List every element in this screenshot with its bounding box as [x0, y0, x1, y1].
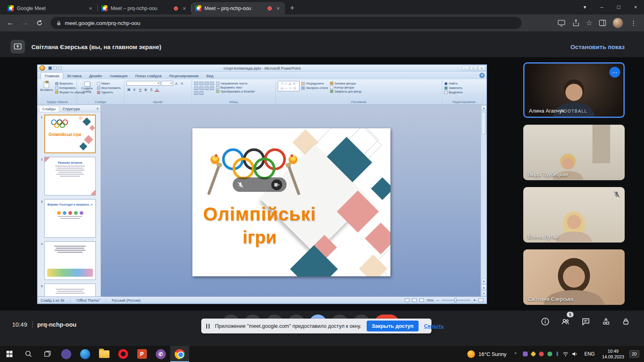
weather-widget[interactable]: 16°C Sunny — [462, 346, 512, 362]
browser-tab-google-meet[interactable]: Google Meet × — [4, 2, 97, 14]
window-maximize-button[interactable]: □ — [610, 0, 627, 14]
justify-icon[interactable] — [210, 86, 214, 90]
scroll-down-icon[interactable]: ▼ — [481, 279, 487, 284]
participant-tile[interactable]: FOOTBALL ⋯ Алина Агапчук — [523, 62, 625, 118]
viber-button[interactable]: ✆ — [151, 346, 170, 362]
chat-button[interactable] — [581, 317, 590, 328]
participant-tile[interactable]: Люда Трубецкая — [523, 125, 625, 180]
wifi-icon[interactable] — [563, 352, 568, 356]
side-panel-icon[interactable] — [598, 19, 607, 27]
delete-slide-button[interactable]: Удалить — [97, 90, 121, 94]
tray-shield-icon[interactable] — [530, 351, 536, 357]
ribbon-tab-insert[interactable]: Вставка — [64, 73, 85, 79]
align-text-button[interactable]: Выровнять текст — [216, 86, 255, 89]
tab-close-icon[interactable]: × — [275, 5, 281, 12]
text-box-icon[interactable] — [199, 91, 204, 95]
columns-icon[interactable] — [194, 91, 198, 95]
font-size-select[interactable]: ▾ — [161, 81, 173, 86]
powerpoint-window[interactable]: спорт4олімпіада.pptx - Microsoft PowerPo… — [37, 64, 487, 304]
opera-button[interactable] — [114, 346, 132, 362]
taskbar-clock[interactable]: 10:49 14.09.2023 — [599, 348, 628, 360]
address-bar[interactable]: meet.google.com/prq-nchp-oou — [51, 17, 522, 29]
screen-share-icon[interactable] — [557, 19, 566, 27]
stop-presenting-button[interactable]: Остановить показ — [570, 43, 625, 50]
bluetooth-icon[interactable]: ᛒ — [556, 351, 559, 357]
slide-thumbnail-2[interactable]: Ранкове вітання — [44, 157, 96, 195]
ribbon-tab-design[interactable]: Дизайн — [85, 73, 105, 79]
previous-slide-icon[interactable]: ▲ — [481, 285, 487, 290]
zoom-slider[interactable] — [442, 300, 471, 301]
powerpoint-button[interactable]: P — [132, 346, 151, 362]
underline-button[interactable]: Ч — [138, 87, 142, 92]
notification-center-badge[interactable]: 20 — [630, 350, 639, 358]
stop-access-button[interactable]: Закрыть доступ — [367, 321, 419, 331]
panel-tab-outline[interactable]: Структура — [60, 106, 83, 112]
window-close-button[interactable]: × — [627, 0, 644, 14]
ribbon-tab-animation[interactable]: Анимация — [106, 73, 131, 79]
numbering-icon[interactable] — [199, 82, 204, 85]
hidden-icons-chevron[interactable]: ^ — [511, 352, 520, 356]
fit-to-window-icon[interactable] — [479, 298, 483, 302]
tray-app-icon[interactable] — [539, 352, 544, 356]
participant-tile[interactable]: Елена Лутай — [523, 187, 625, 243]
language-indicator[interactable]: Русский (Россия) — [112, 298, 140, 302]
strikethrough-icon[interactable]: S — [143, 87, 148, 92]
smartart-button[interactable]: Преобразовать в SmartArt — [216, 90, 255, 93]
slide-editor-area[interactable]: Олімпійські ігри ▲ ▼ ▲ ▼ — [101, 105, 487, 296]
file-explorer-button[interactable] — [95, 346, 114, 362]
forward-icon[interactable]: → — [19, 16, 31, 29]
chrome-button[interactable] — [170, 346, 189, 362]
new-tab-button[interactable]: + — [287, 2, 298, 14]
tray-app-icon[interactable] — [523, 352, 528, 356]
activities-button[interactable] — [601, 317, 611, 328]
line-spacing-icon[interactable] — [210, 82, 214, 85]
reload-icon[interactable] — [33, 16, 46, 29]
browser-tab-meet-2[interactable]: Meet – prq-nchp-oou × — [98, 2, 191, 14]
vertical-scrollbar[interactable]: ▲ ▼ ▲ ▼ — [481, 105, 487, 296]
text-direction-button[interactable]: Направление текста — [216, 82, 255, 85]
font-name-select[interactable]: ▾ — [126, 81, 160, 86]
ribbon-tab-slideshow[interactable]: Показ слайдов — [132, 73, 165, 79]
language-switcher[interactable]: ENG — [581, 351, 599, 357]
host-controls-button[interactable] — [621, 317, 630, 328]
shrink-font-icon[interactable]: A — [180, 81, 184, 86]
grow-font-icon[interactable]: A — [174, 81, 179, 86]
window-minimize-button[interactable]: – — [593, 0, 610, 14]
tile-options-icon[interactable]: ⋯ — [609, 67, 620, 78]
hide-notification-link[interactable]: Скрыть — [424, 323, 444, 329]
shadow-icon[interactable]: Ѕ — [149, 87, 154, 92]
zoom-slider-thumb[interactable] — [454, 298, 456, 302]
slide-thumbnail-1[interactable]: Олімпійські ігри — [44, 115, 96, 153]
camera-off-icon[interactable] — [271, 179, 282, 190]
tray-app-icon[interactable] — [547, 352, 552, 356]
italic-button[interactable]: К — [132, 87, 137, 92]
bullets-icon[interactable] — [194, 82, 198, 85]
zoom-in-icon[interactable]: + — [473, 298, 476, 302]
tab-search-icon[interactable]: ▾ — [576, 0, 593, 14]
scroll-up-icon[interactable]: ▲ — [481, 105, 487, 111]
pinned-app-icon[interactable] — [57, 346, 76, 362]
browser-tab-meet-active[interactable]: Meet – prq-nchp-oou × — [192, 2, 285, 14]
back-icon[interactable]: ← — [4, 16, 17, 29]
align-center-icon[interactable] — [199, 86, 204, 90]
ribbon-tab-review[interactable]: Рецензирование — [165, 73, 202, 79]
paste-button[interactable]: Вставить — [40, 81, 53, 92]
indent-icon[interactable] — [204, 82, 209, 85]
slideshow-view-icon[interactable] — [419, 298, 424, 302]
tab-close-icon[interactable]: × — [181, 5, 188, 12]
normal-view-icon[interactable] — [405, 298, 409, 302]
browser-menu-icon[interactable]: ⋮ — [629, 19, 638, 27]
shape-effects-button[interactable]: Эффекты для фигур — [330, 90, 361, 93]
ppt-minimize-button[interactable]: – — [462, 66, 469, 71]
shapes-gallery-icon[interactable]: □ ○ △ ◇▭ ○ ☆ ◇ — [278, 81, 299, 91]
scrollbar-thumb[interactable] — [482, 112, 486, 134]
bold-button[interactable]: Ж — [126, 87, 131, 92]
start-button[interactable] — [0, 346, 19, 362]
meet-floating-controls[interactable] — [233, 177, 287, 192]
slide-canvas[interactable]: Олімпійські ігри — [192, 128, 390, 276]
pinned-app-icon[interactable] — [76, 346, 95, 362]
slide-sorter-icon[interactable] — [412, 298, 417, 302]
taskbar-search-button[interactable] — [19, 346, 38, 362]
arrange-button[interactable]: Упорядочить — [301, 82, 328, 85]
quick-styles-button[interactable]: Экспресс-стили — [301, 86, 328, 90]
